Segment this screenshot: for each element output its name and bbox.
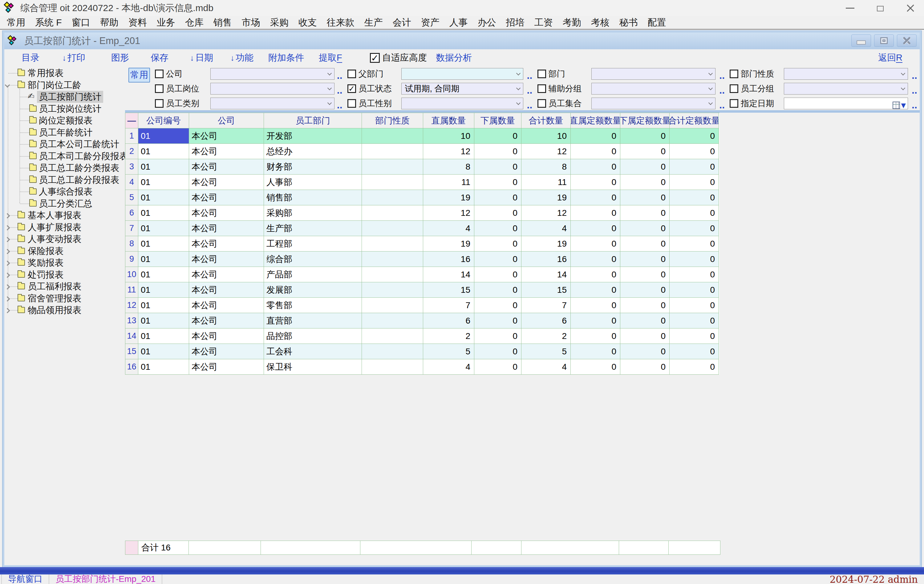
table-cell[interactable]: 0 — [571, 221, 620, 236]
menu-item[interactable]: 仓库 — [180, 16, 208, 29]
filter-checkbox-父部门[interactable] — [347, 69, 356, 78]
table-cell[interactable]: 0 — [474, 128, 521, 144]
table-cell[interactable]: 0 — [670, 174, 719, 190]
table-cell[interactable]: 0 — [620, 313, 670, 329]
table-cell[interactable]: 0 — [670, 359, 719, 375]
menu-item[interactable]: 办公 — [473, 16, 501, 29]
menu-item[interactable]: 会计 — [388, 16, 416, 29]
table-cell[interactable]: 本公司 — [189, 267, 264, 282]
table-cell[interactable]: 0 — [670, 190, 719, 205]
tree-item[interactable]: 员工总工龄分段报表 — [4, 174, 125, 186]
table-cell[interactable]: 本公司 — [189, 359, 264, 375]
table-cell[interactable]: 0 — [474, 144, 521, 159]
menu-item[interactable]: 人事 — [444, 16, 473, 29]
table-cell[interactable]: 0 — [571, 313, 620, 329]
table-cell[interactable]: 0 — [670, 313, 719, 329]
table-cell[interactable]: 0 — [620, 159, 670, 174]
table-cell[interactable]: 0 — [474, 252, 521, 267]
data-analysis-button[interactable]: 数据分析 — [436, 52, 472, 64]
column-header-下属定额数量[interactable]: 下属定额数量 — [620, 113, 670, 128]
table-cell[interactable]: 12 — [521, 144, 571, 159]
filter-checkbox-指定日期[interactable] — [730, 99, 738, 108]
column-header-rowmark[interactable]: — — [125, 113, 138, 128]
menu-item[interactable]: 往来款 — [322, 16, 360, 29]
table-cell[interactable]: 人事部 — [264, 174, 362, 190]
table-cell[interactable]: 0 — [620, 221, 670, 236]
row-number[interactable]: 13 — [125, 313, 138, 329]
table-cell[interactable]: 4 — [521, 359, 571, 375]
table-cell[interactable]: 0 — [571, 359, 620, 375]
table-cell[interactable]: 01 — [138, 313, 189, 329]
table-cell[interactable]: 本公司 — [189, 282, 264, 298]
menu-item[interactable]: 采购 — [265, 16, 294, 29]
table-cell[interactable]: 6 — [521, 313, 571, 329]
tree-item[interactable]: 处罚报表 — [4, 269, 125, 281]
table-cell[interactable]: 8 — [423, 159, 474, 174]
table-cell[interactable]: 本公司 — [189, 236, 264, 252]
table-cell[interactable]: 12 — [521, 205, 571, 221]
table-cell[interactable]: 01 — [138, 221, 189, 236]
extract-button[interactable]: 提取F — [319, 52, 342, 64]
table-cell[interactable]: 0 — [474, 190, 521, 205]
tree-item[interactable]: 员工福利报表 — [4, 280, 125, 293]
table-cell[interactable]: 16 — [423, 252, 474, 267]
graph-button[interactable]: 图形 — [111, 52, 129, 64]
range-dots-button[interactable]: .. — [912, 70, 920, 81]
table-cell[interactable]: 本公司 — [189, 205, 264, 221]
table-cell[interactable]: 0 — [620, 205, 670, 221]
minimize-button[interactable] — [844, 2, 856, 14]
menu-item[interactable]: 业务 — [152, 16, 180, 29]
back-button[interactable]: 返回R — [878, 52, 903, 64]
range-dots-button[interactable]: .. — [337, 85, 345, 96]
table-cell[interactable]: 产品部 — [264, 267, 362, 282]
table-cell[interactable]: 本公司 — [189, 144, 264, 159]
close-button[interactable] — [904, 2, 917, 14]
range-dots-button[interactable]: .. — [527, 70, 535, 81]
filter-dropdown[interactable] — [210, 98, 335, 109]
tree-item[interactable]: 常用报表 — [4, 67, 125, 79]
table-cell[interactable]: 19 — [423, 236, 474, 252]
column-header-公司编号[interactable]: 公司编号 — [138, 113, 189, 128]
column-header-下属数量[interactable]: 下属数量 — [474, 113, 521, 128]
catalog-button[interactable]: 目录 — [21, 52, 40, 64]
row-number[interactable]: 1 — [125, 128, 138, 144]
table-row[interactable]: 801本公司工程部19019000 — [125, 236, 719, 252]
table-cell[interactable]: 0 — [620, 298, 670, 313]
table-cell[interactable]: 本公司 — [189, 313, 264, 329]
table-cell[interactable]: 0 — [571, 298, 620, 313]
table-cell[interactable]: 0 — [474, 359, 521, 375]
menu-item[interactable]: 配置 — [643, 16, 671, 29]
tree-item[interactable]: 岗位定额报表 — [4, 115, 125, 127]
table-cell[interactable]: 财务部 — [264, 159, 362, 174]
table-cell[interactable]: 01 — [138, 344, 189, 359]
tree-item[interactable]: 部门岗位工龄 — [4, 79, 125, 91]
table-cell[interactable]: 0 — [620, 359, 670, 375]
table-cell[interactable]: 总经办 — [264, 144, 362, 159]
table-cell[interactable]: 0 — [474, 236, 521, 252]
menu-item[interactable]: 考核 — [586, 16, 614, 29]
table-cell[interactable]: 本公司 — [189, 344, 264, 359]
table-cell[interactable]: 0 — [670, 252, 719, 267]
table-cell[interactable]: 0 — [620, 329, 670, 344]
menu-item[interactable]: 市场 — [237, 16, 265, 29]
table-cell[interactable]: 7 — [423, 298, 474, 313]
table-cell[interactable]: 本公司 — [189, 298, 264, 313]
table-cell[interactable]: 0 — [620, 252, 670, 267]
table-cell[interactable]: 2 — [423, 329, 474, 344]
table-cell[interactable]: 0 — [571, 190, 620, 205]
range-dots-button[interactable]: .. — [912, 85, 920, 96]
tree-item[interactable]: 员工年龄统计 — [4, 127, 125, 138]
table-cell[interactable]: 0 — [670, 144, 719, 159]
report-restore-button[interactable] — [874, 35, 894, 47]
table-cell[interactable]: 4 — [423, 221, 474, 236]
table-cell[interactable] — [362, 128, 423, 144]
filter-checkbox-员工分组[interactable] — [730, 84, 738, 93]
print-button[interactable]: ↓打印 — [62, 52, 85, 64]
table-cell[interactable]: 01 — [138, 128, 189, 144]
date-button[interactable]: ↓日期 — [190, 52, 213, 64]
save-button[interactable]: 保存 — [151, 52, 168, 64]
table-cell[interactable]: 19 — [423, 190, 474, 205]
table-cell[interactable]: 0 — [620, 174, 670, 190]
tree-item[interactable]: 人事变动报表 — [4, 233, 125, 245]
table-cell[interactable]: 01 — [138, 267, 189, 282]
